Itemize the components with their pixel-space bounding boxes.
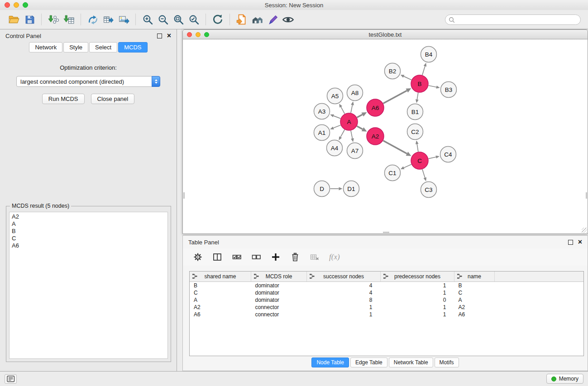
table-cell[interactable]: dominator [251, 282, 307, 290]
run-mcds-button[interactable]: Run MCDS [42, 94, 85, 104]
close-panel-button[interactable]: Close panel [91, 94, 135, 104]
optimization-criterion-select[interactable]: largest connected component (directed) [16, 76, 160, 87]
tab-edge-table[interactable]: Edge Table [350, 357, 387, 367]
table-cell[interactable]: 4 [307, 282, 381, 290]
table-cell[interactable]: C [190, 289, 251, 296]
table-cell[interactable]: 4 [307, 289, 381, 296]
graph-edge-C-C2[interactable] [416, 140, 419, 152]
left-scroll-thumb[interactable] [183, 192, 185, 199]
table-cell[interactable]: dominator [251, 289, 307, 296]
column-header-name[interactable]: name [454, 272, 495, 282]
table-cell[interactable]: connector [251, 304, 307, 311]
network-document-button[interactable] [234, 12, 249, 27]
graph-node-A7[interactable]: A7 [347, 143, 363, 159]
zoom-fit-button[interactable] [171, 12, 186, 27]
right-scroll-thumb[interactable] [586, 192, 587, 199]
table-cell[interactable]: 0 [381, 296, 454, 304]
graph-node-B[interactable]: B [411, 75, 428, 92]
network-window-titlebar[interactable]: testGlobe.txt [182, 29, 588, 39]
graph-node-A[interactable]: A [340, 113, 358, 130]
zoom-selected-button[interactable] [186, 12, 201, 27]
graph-edge-B-B1[interactable] [416, 93, 419, 103]
table-cell[interactable]: C [454, 289, 495, 296]
tab-select[interactable]: Select [89, 42, 117, 52]
tab-style[interactable]: Style [63, 42, 88, 52]
table-cell[interactable]: 1 [381, 304, 454, 311]
column-header-successor-nodes[interactable]: successor nodes [307, 272, 381, 282]
table-cell[interactable]: A6 [454, 311, 495, 318]
tab-node-table[interactable]: Node Table [311, 357, 349, 367]
graph-node-D[interactable]: D [314, 181, 330, 197]
delete-column-button[interactable] [290, 252, 300, 262]
graph-node-C1[interactable]: C1 [385, 165, 401, 181]
table-cell[interactable]: A2 [190, 304, 251, 311]
tab-mcds[interactable]: MCDS [118, 42, 147, 52]
clear-table-button[interactable] [310, 252, 320, 262]
table-cell[interactable]: 1 [381, 311, 454, 318]
toggle-visibility-button[interactable] [280, 12, 296, 27]
graph-edge-A6-B[interactable] [383, 88, 411, 103]
apply-preferred-layout-button[interactable] [210, 12, 225, 27]
network-graph[interactable]: AA1A2A3A4A5A6A7A8BB1B2B3B4CC1C2C3C4DD1 [183, 39, 588, 234]
style-brush-button[interactable] [265, 12, 280, 27]
graph-node-C2[interactable]: C2 [407, 124, 423, 140]
graph-edge-B-B3[interactable] [429, 86, 440, 89]
zoom-in-button[interactable] [140, 12, 155, 27]
horizontal-scroll-thumb[interactable] [383, 232, 389, 233]
export-image-button[interactable] [116, 12, 131, 27]
table-cell[interactable]: A [190, 296, 251, 304]
graph-edge-B-B2[interactable] [401, 75, 411, 80]
show-panels-button[interactable] [5, 374, 17, 384]
graph-node-B1[interactable]: B1 [407, 104, 423, 120]
graph-edge-A-A6[interactable] [357, 112, 367, 118]
minimize-window-button[interactable] [14, 2, 19, 8]
resize-grip[interactable] [582, 228, 587, 233]
graph-node-C4[interactable]: C4 [440, 147, 456, 162]
graph-node-A5[interactable]: A5 [327, 88, 343, 104]
table-cell[interactable]: 1 [381, 282, 454, 290]
graph-edge-D-D1[interactable] [330, 187, 343, 191]
network-canvas[interactable]: AA1A2A3A4A5A6A7A8BB1B2B3B4CC1C2C3C4DD1 [182, 39, 588, 234]
graph-node-B3[interactable]: B3 [441, 82, 457, 98]
table-cell[interactable]: 1 [381, 289, 454, 296]
graph-edge-A-A7[interactable] [351, 131, 354, 142]
import-table-button[interactable] [61, 12, 76, 27]
graph-edge-C-C3[interactable] [422, 169, 426, 181]
close-panel-icon[interactable]: × [167, 33, 171, 38]
table-cell[interactable]: A [454, 296, 495, 304]
graph-node-A2[interactable]: A2 [367, 128, 384, 145]
select-all-button[interactable] [232, 252, 242, 262]
graph-node-A8[interactable]: A8 [347, 85, 363, 101]
close-window-button[interactable] [5, 2, 10, 8]
table-row[interactable]: A6connector11A6 [190, 311, 583, 318]
graph-node-B4[interactable]: B4 [421, 47, 437, 62]
table-row[interactable]: A2connector11A2 [190, 304, 583, 311]
graph-node-C[interactable]: C [411, 152, 428, 169]
import-network-button[interactable] [46, 12, 61, 27]
search-input[interactable] [445, 14, 581, 25]
graph-edge-C-C4[interactable] [429, 156, 440, 159]
table-cell[interactable]: A2 [454, 304, 495, 311]
close-network-window-button[interactable] [187, 32, 192, 37]
table-cell[interactable]: B [454, 282, 495, 290]
tab-network-table[interactable]: Network Table [389, 357, 433, 367]
graph-node-A6[interactable]: A6 [367, 99, 384, 116]
toggle-columns-button[interactable] [212, 252, 222, 262]
mcds-result-item[interactable]: C [12, 235, 165, 242]
graph-edge-A-A1[interactable] [330, 125, 340, 129]
graph-node-B2[interactable]: B2 [385, 63, 401, 79]
column-header-predecessor-nodes[interactable]: predecessor nodes [381, 272, 454, 282]
graph-edge-A-A4[interactable] [339, 130, 344, 140]
export-table-button[interactable] [100, 12, 116, 27]
graph-node-C3[interactable]: C3 [421, 182, 437, 198]
table-cell[interactable]: 1 [307, 311, 381, 318]
mcds-result-list[interactable]: A2ABCA6 [9, 212, 168, 359]
close-table-panel-icon[interactable]: × [578, 240, 582, 244]
save-session-button[interactable] [22, 12, 37, 27]
graph-edge-C-C1[interactable] [401, 164, 411, 169]
mcds-result-item[interactable]: A [12, 220, 165, 228]
graph-edge-A-A3[interactable] [330, 114, 340, 119]
float-panel-icon[interactable] [157, 33, 162, 38]
graph-edge-A2-C[interactable] [383, 141, 411, 156]
table-cell[interactable]: connector [251, 311, 307, 318]
